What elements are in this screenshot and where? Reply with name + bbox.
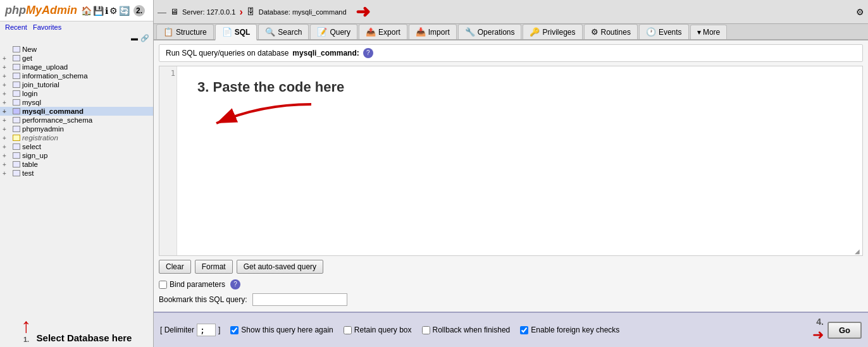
expand-icon: + bbox=[3, 55, 11, 62]
nav-links: Recent Favorites bbox=[0, 21, 153, 33]
export-tab-icon: 📤 bbox=[366, 27, 376, 37]
db-label: mysqli_command bbox=[22, 107, 84, 115]
db-item-join-tutorial[interactable]: + join_tutorial bbox=[0, 80, 153, 89]
link-icon[interactable]: 🔗 bbox=[140, 34, 149, 42]
db-label: select bbox=[22, 143, 41, 150]
tab-export[interactable]: 📤 Export bbox=[359, 24, 407, 39]
gear-settings-icon[interactable]: ⚙ bbox=[856, 7, 864, 17]
expand-icon: + bbox=[3, 152, 11, 159]
clear-button[interactable]: Clear bbox=[159, 260, 191, 274]
db-label: test bbox=[22, 169, 34, 177]
db-item-mysqli-command[interactable]: + mysqli_command bbox=[0, 107, 153, 116]
foreign-key-label[interactable]: Enable foreign key checks bbox=[520, 326, 619, 334]
home-icon[interactable]: 🏠 bbox=[81, 6, 92, 16]
tab-structure[interactable]: 📋 Structure bbox=[156, 24, 214, 39]
db-item-select[interactable]: + select bbox=[0, 142, 153, 151]
info-icon[interactable]: ℹ bbox=[105, 6, 108, 16]
db-label: image_upload bbox=[22, 63, 68, 71]
tab-privileges[interactable]: 🔑 Privileges bbox=[523, 24, 582, 39]
database-label: Database: mysqli_command bbox=[259, 8, 347, 16]
refresh-icon[interactable]: 🔄 bbox=[119, 6, 130, 16]
db-icon bbox=[13, 99, 20, 106]
search-tab-icon: 🔍 bbox=[265, 27, 275, 37]
pma-toolbar-icons: 🏠 💾 ℹ ⚙ 🔄 bbox=[81, 6, 130, 16]
db-item-login[interactable]: + login bbox=[0, 89, 153, 98]
retain-query-text: Retain query box bbox=[354, 326, 412, 334]
expand-icon: + bbox=[3, 108, 11, 115]
tab-query[interactable]: 📝 Query bbox=[310, 24, 357, 39]
arrow-up-icon: ↑ bbox=[22, 315, 32, 336]
sidebar-header: phpMyAdmin 🏠 💾 ℹ ⚙ 🔄 2. bbox=[0, 0, 153, 21]
db-icon bbox=[13, 161, 20, 167]
bookmark-input[interactable] bbox=[252, 293, 347, 306]
tab-arrow-right: ➜ bbox=[356, 1, 370, 22]
privileges-tab-icon: 🔑 bbox=[530, 27, 540, 37]
show-query-checkbox[interactable] bbox=[230, 326, 239, 334]
db-label: mysql bbox=[22, 99, 41, 106]
db-icon[interactable]: 💾 bbox=[93, 6, 104, 16]
bind-help-icon[interactable]: ? bbox=[230, 279, 240, 289]
tab-sql[interactable]: 📄 SQL bbox=[215, 24, 257, 40]
sidebar-bottom-annotation: ↑ 1. Select Database here bbox=[0, 312, 153, 347]
import-tab-icon: 📥 bbox=[416, 27, 426, 37]
logo-myadmin: MyAdmin bbox=[26, 4, 77, 16]
expand-icon: + bbox=[3, 64, 11, 71]
db-item-get[interactable]: + get bbox=[0, 54, 153, 63]
minimize-button[interactable]: — bbox=[158, 7, 166, 17]
db-label: get bbox=[22, 54, 32, 62]
db-item-performance-schema[interactable]: + performance_schema bbox=[0, 116, 153, 125]
sidebar: phpMyAdmin 🏠 💾 ℹ ⚙ 🔄 2. Recent Favorites… bbox=[0, 0, 154, 347]
resize-handle[interactable]: ◢ bbox=[855, 248, 862, 255]
new-item-label: New bbox=[22, 46, 37, 53]
db-icon bbox=[13, 82, 20, 88]
bind-parameters-label[interactable]: Bind parameters bbox=[159, 280, 225, 289]
retain-query-label[interactable]: Retain query box bbox=[344, 326, 412, 334]
delimiter-input[interactable] bbox=[197, 324, 216, 336]
expand-icon: + bbox=[3, 143, 11, 150]
line-number-1: 1 bbox=[161, 69, 175, 78]
retain-query-checkbox[interactable] bbox=[344, 326, 352, 334]
db-icon bbox=[13, 73, 20, 79]
bind-parameters-checkbox[interactable] bbox=[159, 281, 167, 289]
db-item-information-schema[interactable]: + information_schema bbox=[0, 71, 153, 80]
db-item-image-upload[interactable]: + image_upload bbox=[0, 63, 153, 71]
tab-routines[interactable]: ⚙ Routines bbox=[584, 24, 638, 39]
structure-tab-icon: 📋 bbox=[163, 27, 173, 37]
expand-icon: + bbox=[3, 117, 11, 124]
recent-link[interactable]: Recent bbox=[5, 23, 27, 31]
expand-icon: + bbox=[3, 99, 11, 106]
favorites-link[interactable]: Favorites bbox=[33, 23, 61, 31]
db-icon bbox=[13, 64, 20, 70]
foreign-key-checkbox[interactable] bbox=[520, 326, 528, 334]
db-item-test[interactable]: + test bbox=[0, 169, 153, 178]
db-item-sign-up[interactable]: + sign_up bbox=[0, 151, 153, 160]
tab-search[interactable]: 🔍 Search bbox=[258, 24, 309, 39]
go-button[interactable]: Go bbox=[828, 322, 862, 339]
db-item-mysql[interactable]: + mysql bbox=[0, 98, 153, 107]
format-button[interactable]: Format bbox=[195, 260, 233, 274]
query-help-icon[interactable]: ? bbox=[363, 48, 373, 58]
tab-more[interactable]: ▾ More bbox=[690, 25, 728, 39]
step4-section: 4. ➜ Go bbox=[812, 317, 862, 343]
tab-sql-label: SQL bbox=[235, 28, 251, 37]
expand-icon: + bbox=[3, 161, 11, 168]
db-item-phpmyadmin[interactable]: + phpmyadmin bbox=[0, 125, 153, 133]
rollback-label[interactable]: Rollback when finished bbox=[422, 326, 511, 334]
collapse-icon[interactable]: ▬ bbox=[131, 34, 138, 42]
autosave-button[interactable]: Get auto-saved query bbox=[237, 260, 323, 274]
show-query-label[interactable]: Show this query here again bbox=[230, 326, 333, 334]
tab-import[interactable]: 📥 Import bbox=[409, 24, 457, 39]
tab-events[interactable]: 🕐 Events bbox=[639, 24, 689, 39]
tab-export-label: Export bbox=[378, 28, 400, 37]
operations-tab-icon: 🔧 bbox=[465, 27, 475, 37]
sql-textarea[interactable] bbox=[177, 66, 862, 255]
query-tab-icon: 📝 bbox=[317, 27, 327, 37]
tab-operations[interactable]: 🔧 Operations bbox=[458, 24, 522, 39]
new-database-item[interactable]: New bbox=[0, 45, 153, 54]
db-item-registration[interactable]: + registration bbox=[0, 133, 153, 142]
rollback-checkbox[interactable] bbox=[422, 326, 430, 334]
step4-annotation: 4. ➜ bbox=[812, 317, 824, 343]
settings-icon[interactable]: ⚙ bbox=[109, 6, 118, 16]
db-icon bbox=[13, 126, 20, 132]
db-item-table[interactable]: + table bbox=[0, 160, 153, 169]
